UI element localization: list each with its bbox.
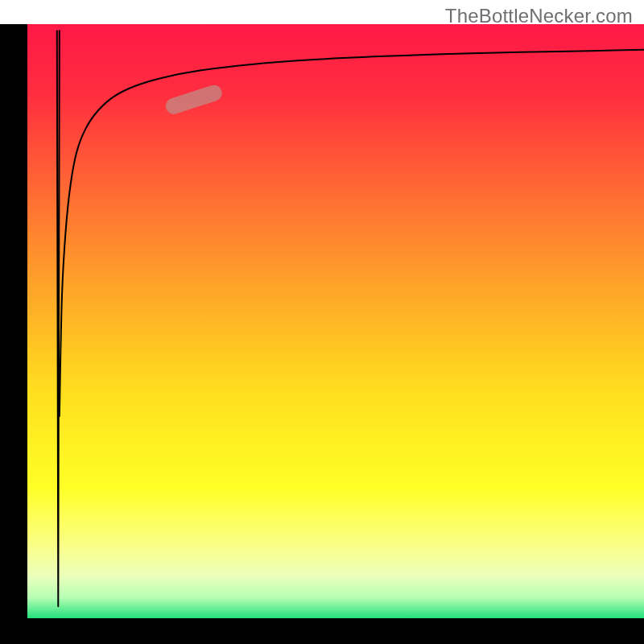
chart-svg [0,0,644,644]
y-axis-bar [0,24,27,618]
plot-background [27,24,644,618]
chart-stage: TheBottleNecker.com [0,0,644,644]
x-axis-bar [0,618,644,644]
watermark-text: TheBottleNecker.com [445,5,633,27]
